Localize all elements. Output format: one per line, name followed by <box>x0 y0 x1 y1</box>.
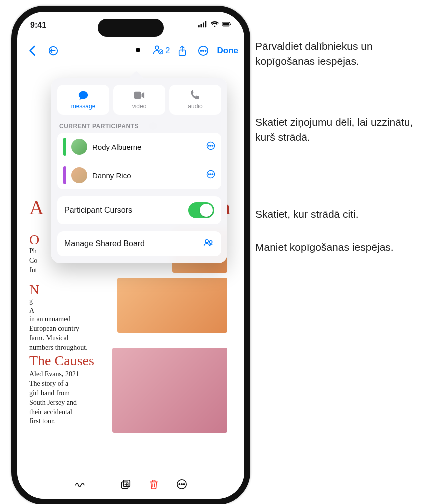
callout-text: Skatiet ziņojumu dēli, lai uzzinātu, kur… <box>255 115 415 146</box>
svg-rect-3 <box>205 22 207 28</box>
board-thumbnail <box>117 278 227 333</box>
svg-rect-21 <box>134 92 141 100</box>
svg-rect-6 <box>230 24 231 25</box>
person-check-icon <box>153 44 164 58</box>
svg-point-8 <box>155 46 159 50</box>
svg-point-18 <box>179 484 180 485</box>
participant-row[interactable]: Danny Rico <box>57 161 221 190</box>
participant-name: Danny Rico <box>92 172 201 180</box>
video-label: video <box>132 103 147 110</box>
svg-point-31 <box>209 241 212 244</box>
participants-button[interactable]: 2 <box>153 44 170 58</box>
svg-rect-0 <box>198 26 200 28</box>
participants-header: CURRENT PARTICIPANTS <box>59 123 219 130</box>
audio-button[interactable]: audio <box>169 85 221 115</box>
participants-list: Rody Albuerne Danny Rico <box>57 133 221 190</box>
delete-icon[interactable] <box>148 479 159 492</box>
scribble-icon[interactable] <box>75 479 86 492</box>
svg-point-14 <box>205 50 206 52</box>
causes-head: The Causes <box>29 353 232 369</box>
participant-more-icon[interactable] <box>206 170 215 181</box>
causes-body: Aled Evans, 2021 The story of a girl ban… <box>29 370 232 426</box>
share-button[interactable] <box>173 42 191 60</box>
participants-popover: message video audio CURRENT PARTICIPANTS… <box>51 78 227 264</box>
svg-rect-16 <box>121 482 128 488</box>
svg-rect-1 <box>201 24 202 28</box>
svg-rect-2 <box>203 22 204 28</box>
svg-point-23 <box>208 146 209 146</box>
participant-name: Rody Albuerne <box>92 143 201 152</box>
avatar <box>71 168 87 184</box>
participant-more-icon[interactable] <box>206 142 215 152</box>
svg-point-27 <box>208 174 209 175</box>
undo-button[interactable] <box>44 42 62 60</box>
manage-shared-board-row[interactable]: Manage Shared Board <box>57 232 221 256</box>
done-button[interactable]: Done <box>217 46 239 56</box>
svg-rect-15 <box>123 480 130 487</box>
presence-indicator <box>63 138 66 156</box>
participant-cursors-toggle[interactable] <box>188 202 214 218</box>
svg-point-25 <box>212 146 213 146</box>
presence-indicator <box>63 166 66 184</box>
collaboration-icon <box>203 238 214 250</box>
message-button[interactable]: message <box>57 85 109 115</box>
svg-point-30 <box>205 240 208 243</box>
more-icon[interactable] <box>176 479 187 492</box>
message-label: message <box>71 103 96 110</box>
signal-icon <box>198 20 207 31</box>
back-button[interactable] <box>23 42 41 60</box>
status-time: 9:41 <box>30 21 46 30</box>
video-button[interactable]: video <box>113 85 165 115</box>
avatar <box>71 139 87 155</box>
svg-point-28 <box>210 174 211 175</box>
svg-point-13 <box>202 50 203 52</box>
participants-count: 2 <box>165 46 170 56</box>
battery-icon <box>222 20 231 31</box>
callout-text: Skatiet, kur strādā citi. <box>255 207 359 222</box>
manage-shared-board-label: Manage Shared Board <box>64 240 145 248</box>
nav-bar: 2 Done <box>17 39 244 63</box>
svg-point-20 <box>183 484 184 485</box>
participant-cursors-label: Participant Cursors <box>64 206 132 215</box>
svg-rect-5 <box>223 23 229 26</box>
callout-text: Pārvaldiet dalībniekus un kopīgošanas ie… <box>255 39 415 70</box>
svg-point-19 <box>181 484 182 485</box>
add-layer-icon[interactable] <box>120 479 131 492</box>
more-button[interactable] <box>194 42 212 60</box>
svg-point-29 <box>212 174 213 175</box>
svg-point-24 <box>210 146 211 146</box>
participant-row[interactable]: Rody Albuerne <box>57 133 221 161</box>
bottom-toolbar <box>17 472 244 499</box>
audio-label: audio <box>188 103 202 110</box>
svg-point-12 <box>200 50 201 52</box>
callout-text: Maniet kopīgošanas iespējas. <box>255 240 394 255</box>
phone-frame: 9:41 2 <box>11 6 250 504</box>
participant-cursors-row: Participant Cursors <box>57 196 221 224</box>
notch <box>98 19 164 37</box>
wifi-icon <box>210 20 219 31</box>
